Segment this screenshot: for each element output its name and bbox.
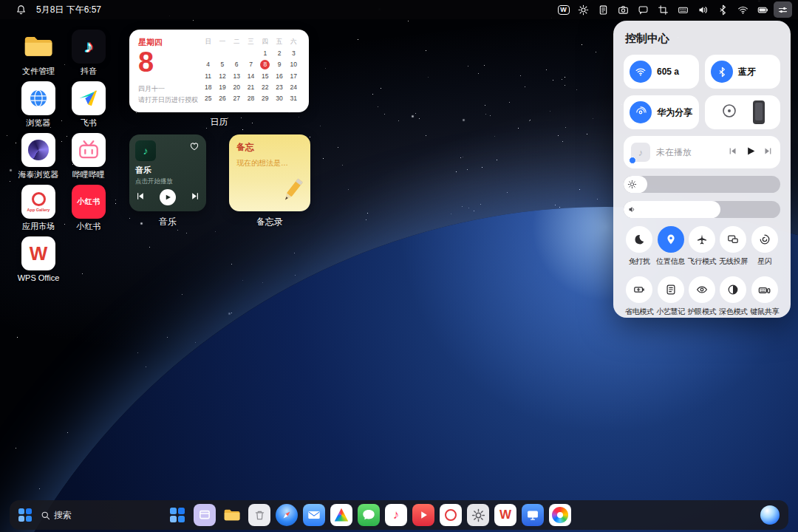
feishu-icon — [72, 81, 106, 115]
brightness-slider[interactable] — [624, 176, 780, 193]
control-center-panel: 控制中心 605 a 蓝牙 华为分享 — [613, 21, 791, 318]
wifi-icon — [630, 61, 652, 83]
dock-app-app-gallery[interactable] — [440, 504, 462, 526]
calendar-today: 8 — [260, 60, 270, 69]
desktop-icon-file-manager[interactable]: 文件管理 — [15, 30, 62, 76]
calendar-day: 4 — [202, 60, 214, 69]
toggle-wireless-cast[interactable]: 无线投屏 — [717, 226, 748, 267]
media-previous-icon[interactable] — [728, 146, 737, 159]
calendar-permission-hint: 请打开日历进行授权 — [138, 95, 202, 105]
desktop-icon-label: 应用市场 — [15, 222, 62, 231]
calendar-day: 25 — [202, 94, 214, 103]
desktop-icon-douyin[interactable]: ♪ 抖音 — [65, 30, 112, 76]
camera-icon[interactable] — [614, 1, 632, 18]
wps-letter: W — [30, 242, 48, 265]
desktop-icon-feishu[interactable]: 飞书 — [65, 81, 112, 128]
calendar-day: 5 — [216, 60, 228, 69]
dock-search[interactable]: 搜索 — [41, 509, 72, 522]
desktop-icon-app-market[interactable]: App Gallery 应用市场 — [15, 185, 62, 231]
dock-app-files[interactable] — [221, 504, 243, 526]
dock-app-music[interactable]: ♪ — [385, 504, 407, 526]
toggle-ai-notes[interactable]: 小艺慧记 — [655, 276, 686, 317]
search-icon — [41, 511, 50, 520]
calendar-day: 10 — [287, 60, 300, 69]
dock-app-window-manager[interactable] — [194, 504, 216, 526]
dock-app-trash[interactable] — [248, 504, 270, 526]
huawei-share-icon — [630, 101, 652, 123]
bluetooth-button[interactable]: 蓝牙 — [705, 55, 780, 89]
chat-icon[interactable] — [634, 1, 652, 18]
wifi-icon[interactable] — [734, 1, 752, 18]
toggle-power-saving[interactable]: 省电模式 — [624, 276, 655, 317]
phone-device-icon[interactable] — [753, 100, 765, 124]
desktop-icon-haitai-browser[interactable]: 海泰浏览器 — [15, 133, 62, 180]
notes-icon[interactable] — [594, 1, 613, 18]
toggle-eye-comfort[interactable]: 护眼模式 — [686, 276, 717, 317]
airplane-icon — [689, 226, 715, 253]
dock-app-settings[interactable] — [467, 504, 489, 526]
control-center-toggle-icon[interactable] — [774, 1, 792, 18]
toggle-keyboard-mouse-share[interactable]: 键鼠共享 — [749, 276, 780, 317]
keyboard-icon[interactable] — [674, 1, 692, 18]
calendar-day: 2 — [273, 49, 285, 58]
desktop-icon-bilibili[interactable]: 哔哩哔哩 — [65, 133, 112, 180]
desktop-icon-label: 抖音 — [65, 66, 112, 76]
wps-tray-icon[interactable]: W — [554, 1, 573, 18]
toggle-do-not-disturb[interactable]: 免打扰 — [624, 226, 655, 267]
dock-app-email[interactable] — [303, 504, 325, 526]
wifi-button[interactable]: 605 a — [624, 55, 699, 89]
cast-icon — [720, 226, 746, 253]
desktop-icon-wps-office[interactable]: W WPS Office — [15, 236, 62, 283]
media-play-icon[interactable] — [745, 146, 756, 160]
toggle-dark-mode[interactable]: 深色模式 — [717, 276, 748, 317]
calendar-day-header: 三 — [245, 38, 257, 47]
dock-app-app-center[interactable] — [330, 504, 352, 526]
music-widget-title: 音乐 — [135, 165, 200, 176]
bilibili-icon — [72, 133, 106, 167]
calendar-day: 22 — [259, 83, 271, 92]
screenshot-icon[interactable] — [654, 1, 672, 18]
calendar-day: 3 — [287, 49, 300, 58]
dock-app-browser[interactable] — [276, 504, 298, 526]
media-next-icon[interactable] — [763, 146, 773, 159]
heart-icon[interactable] — [189, 141, 200, 154]
assistant-sphere-icon[interactable] — [760, 505, 780, 525]
music-widget[interactable]: ♪ 音乐 点击开始播放 — [129, 134, 206, 211]
toggle-airplane-mode[interactable]: 飞行模式 — [686, 226, 717, 267]
memo-widget[interactable]: 备忘 现在的想法是… — [229, 134, 310, 211]
toggle-label: 小艺慧记 — [655, 307, 686, 317]
toggle-location[interactable]: 位置信息 — [655, 226, 686, 267]
huawei-share-button[interactable]: 华为分享 — [624, 95, 699, 129]
wps-letter: W — [499, 508, 511, 522]
volume-icon[interactable] — [694, 1, 712, 18]
gear-icon[interactable] — [574, 1, 593, 18]
toggle-nearlink[interactable]: 星闪 — [749, 226, 780, 267]
volume-slider[interactable] — [624, 201, 780, 218]
dock-app-gallery[interactable] — [549, 504, 571, 526]
desktop-icon-browser[interactable]: 浏览器 — [15, 81, 62, 128]
next-track-icon[interactable] — [191, 191, 200, 204]
calendar-big-day: 8 — [138, 48, 202, 78]
notification-bell-icon[interactable] — [12, 1, 30, 18]
browser-globe-icon — [21, 81, 55, 115]
dock-app-video[interactable] — [412, 504, 434, 526]
dock-app-computer-manager[interactable] — [522, 504, 544, 526]
launcher-grid-icon[interactable] — [18, 508, 32, 522]
battery-icon[interactable] — [754, 1, 772, 18]
bluetooth-icon[interactable] — [714, 1, 732, 18]
haitai-browser-icon — [21, 133, 55, 167]
super-device-button[interactable] — [705, 95, 780, 129]
calendar-day: 18 — [202, 83, 214, 92]
dark-mode-icon — [720, 276, 746, 303]
calendar-day — [245, 49, 257, 58]
desktop-icon-xiaohongshu[interactable]: 小红书 小红书 — [65, 185, 112, 231]
desktop-icon-label: 飞书 — [65, 118, 112, 128]
play-button[interactable] — [160, 189, 176, 205]
previous-track-icon[interactable] — [135, 191, 145, 204]
dock-app-launchpad[interactable] — [166, 504, 188, 526]
calendar-widget[interactable]: 星期四 8 四月十一 请打开日历进行授权 日一二三四五六123456789101… — [129, 30, 309, 112]
dock-app-messages[interactable] — [358, 504, 380, 526]
dock-app-wps[interactable]: W — [494, 504, 516, 526]
dock: 搜索 ♪ — [10, 500, 788, 530]
media-player-widget[interactable]: ♪ 未在播放 — [624, 136, 780, 168]
